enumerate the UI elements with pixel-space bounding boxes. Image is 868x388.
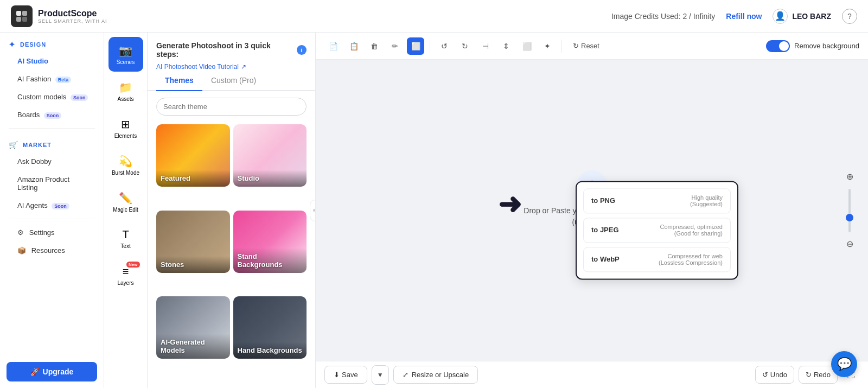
arrow-icon: ➜ <box>498 188 522 220</box>
sidebar-divider-1 <box>9 128 95 129</box>
sidebar-item-ask-dobby[interactable]: Ask Dobby <box>4 153 99 170</box>
theme-card-hand[interactable]: Hand Backgrounds <box>233 296 307 359</box>
sidebar-item-amazon-product[interactable]: Amazon Product Listing <box>4 171 99 196</box>
external-link-icon: ↗ <box>241 63 246 71</box>
themes-grid: Featured Studio Stones Stand Backgrounds… <box>148 124 315 388</box>
center-tool-btn[interactable]: ⇕ <box>497 37 515 55</box>
text-icon-btn[interactable]: T Text <box>108 221 143 256</box>
layers-new-badge: New <box>126 262 139 268</box>
tab-themes[interactable]: Themes <box>156 71 202 91</box>
help-icon[interactable]: ? <box>842 9 857 24</box>
file-tool-btn[interactable]: 📄 <box>324 37 342 55</box>
toolbar-separator-1 <box>430 40 430 53</box>
chat-bubble[interactable]: 💬 <box>831 351 857 377</box>
save-button[interactable]: ⬇ Save <box>324 366 367 384</box>
theme-card-stones[interactable]: Stones <box>156 211 230 273</box>
rocket-icon: 🚀 <box>30 367 40 376</box>
remove-bg-toggle[interactable]: Remove background <box>766 40 859 52</box>
zoom-in-button[interactable]: ⊕ <box>842 169 857 185</box>
bottom-toolbar: ⬇ Save ▼ ⤢ Resize or Upscale ↺ Undo ↻ <box>316 361 868 388</box>
theme-label-studio: Studio <box>233 170 307 187</box>
sidebar-item-ai-fashion[interactable]: AI Fashion Beta <box>4 71 99 87</box>
format-option-png[interactable]: to PNG High quality (Suggested) <box>583 188 731 213</box>
effects-tool-btn[interactable]: ✦ <box>539 37 556 55</box>
redo-tool-btn[interactable]: ↻ <box>456 37 474 55</box>
design-section-label: ✦ DESIGN <box>0 33 104 52</box>
undo-tool-btn[interactable]: ↺ <box>436 37 453 55</box>
custom-models-soon-badge: Soon <box>71 94 88 101</box>
header: ProductScope SELL SMARTER, WITH AI Image… <box>0 0 868 33</box>
skip-end-tool-btn[interactable]: ⊣ <box>477 37 494 55</box>
layers-icon-btn[interactable]: ≡ Layers New <box>108 258 143 293</box>
chevron-down-icon: ▼ <box>377 371 384 379</box>
bottom-left: ⬇ Save ▼ ⤢ Resize or Upscale <box>324 365 478 385</box>
edit-tool-btn[interactable]: ✏ <box>386 37 404 55</box>
scenes-title-row: Generate Photoshoot in 3 quick steps: i <box>156 41 307 59</box>
info-icon[interactable]: i <box>297 45 307 55</box>
sidebar: ✦ DESIGN AI Studio AI Fashion Beta Custo… <box>0 33 104 388</box>
search-input[interactable] <box>156 98 307 116</box>
burst-icon: 💫 <box>119 155 132 168</box>
format-option-jpeg[interactable]: to JPEG Compressed, optimized (Good for … <box>583 218 731 243</box>
sidebar-item-ai-studio[interactable]: AI Studio <box>4 53 99 69</box>
toggle-switch[interactable] <box>766 40 790 52</box>
main-layout: ✦ DESIGN AI Studio AI Fashion Beta Custo… <box>0 33 868 388</box>
scenes-title: Generate Photoshoot in 3 quick steps: <box>156 41 293 59</box>
theme-label-stones: Stones <box>156 256 230 273</box>
scenes-icon-btn[interactable]: 📷 Scenes <box>108 37 143 72</box>
theme-label-featured: Featured <box>156 170 230 187</box>
zoom-out-button[interactable]: ⊖ <box>842 237 857 252</box>
user-area[interactable]: 👤 LEO BARZ <box>773 9 831 24</box>
redo-icon: ↻ <box>806 371 812 379</box>
delete-tool-btn[interactable]: 🗑 <box>366 37 383 55</box>
save-dropdown-btn[interactable]: ▼ <box>372 365 389 385</box>
upgrade-button[interactable]: 🚀 Upgrade <box>7 362 97 381</box>
refill-button[interactable]: Refill now <box>726 12 762 21</box>
canvas-toolbar: 📄 📋 🗑 ✏ ⬜ ↺ ↻ ⊣ ⇕ ⬜ ✦ ↻ Reset Remove bac… <box>316 33 868 60</box>
zoom-slider-thumb[interactable] <box>846 214 853 221</box>
sidebar-item-custom-models[interactable]: Custom models Soon <box>4 88 99 105</box>
sidebar-item-ai-agents[interactable]: AI Agents Soon <box>4 197 99 214</box>
boards-soon-badge: Soon <box>44 112 62 119</box>
ai-fashion-beta-badge: Beta <box>55 77 72 83</box>
theme-card-featured[interactable]: Featured <box>156 124 230 187</box>
zoom-slider-track[interactable] <box>848 189 851 232</box>
save-icon: ⬇ <box>334 371 340 379</box>
select-tool-btn[interactable]: ⬜ <box>407 37 424 55</box>
canvas-content[interactable]: ⬆ Drop or Paste your Image or Image URL … <box>316 60 868 361</box>
theme-card-stand[interactable]: Stand Backgrounds <box>233 211 307 273</box>
magic-edit-icon-btn[interactable]: ✏️ Magic Edit <box>108 185 143 219</box>
assets-icon-btn[interactable]: 📁 Assets <box>108 74 143 109</box>
theme-card-studio[interactable]: Studio <box>233 124 307 187</box>
svg-rect-2 <box>16 17 21 22</box>
png-label: to PNG <box>591 196 615 205</box>
resize-button[interactable]: ⤢ Resize or Upscale <box>393 366 478 384</box>
tab-custom-pro[interactable]: Custom (Pro) <box>202 71 265 91</box>
zoom-controls: ⊕ ⊖ <box>842 169 857 252</box>
text-icon: T <box>122 228 129 241</box>
market-section-label: 🛒 MARKET <box>0 133 104 152</box>
user-icon: 👤 <box>773 9 788 24</box>
theme-label-ai-models: AI-Generated Models <box>156 334 230 359</box>
magic-icon: ✏️ <box>119 192 132 205</box>
icon-panel: 📷 Scenes 📁 Assets ⊞ Elements 💫 Burst Mod… <box>104 33 148 388</box>
copy-tool-btn[interactable]: 📋 <box>345 37 362 55</box>
sidebar-item-resources[interactable]: 📦 Resources <box>4 242 99 259</box>
collapse-handle[interactable]: ⇄ <box>310 200 316 221</box>
format-popup: to PNG High quality (Suggested) to JPEG … <box>576 181 738 279</box>
elements-icon: ⊞ <box>121 118 130 131</box>
tutorial-link[interactable]: AI Photoshoot Video Tutorial ↗ <box>156 63 307 71</box>
undo-button[interactable]: ↺ Undo <box>755 366 794 384</box>
reset-button[interactable]: ↻ Reset <box>567 39 605 53</box>
webp-desc: Compressed for web (Lossless Compression… <box>659 253 723 266</box>
theme-card-ai-models[interactable]: AI-Generated Models <box>156 296 230 359</box>
burst-mode-icon-btn[interactable]: 💫 Burst Mode <box>108 148 143 182</box>
frame-tool-btn[interactable]: ⬜ <box>518 37 535 55</box>
tabs-row: Themes Custom (Pro) <box>148 71 315 91</box>
sidebar-item-boards[interactable]: Boards Soon <box>4 106 99 123</box>
svg-rect-0 <box>16 11 21 16</box>
logo-area[interactable]: ProductScope SELL SMARTER, WITH AI <box>11 5 107 27</box>
format-option-webp[interactable]: to WebP Compressed for web (Lossless Com… <box>583 247 731 272</box>
sidebar-item-settings[interactable]: ⚙ Settings <box>4 224 99 241</box>
elements-icon-btn[interactable]: ⊞ Elements <box>108 111 143 145</box>
